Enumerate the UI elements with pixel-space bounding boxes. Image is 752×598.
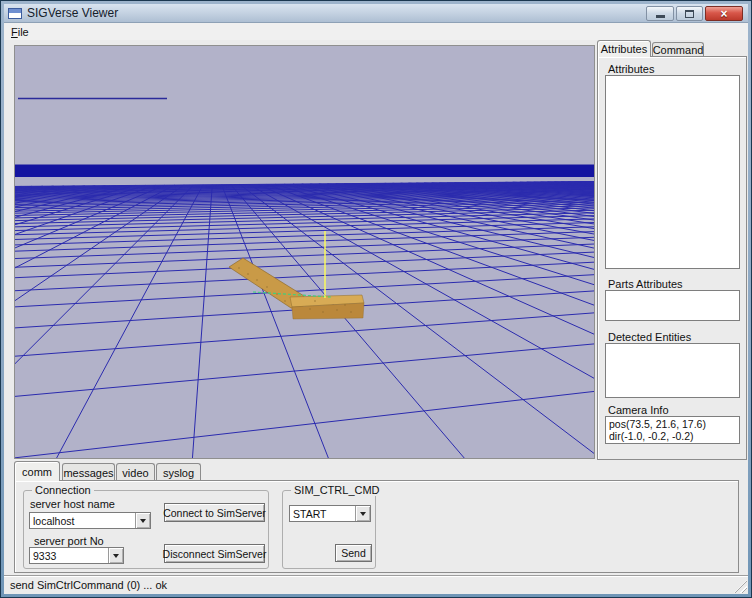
camera-info-label: Camera Info	[608, 404, 669, 416]
camera-pos-text: pos(73.5, 21.6, 17.6)	[609, 418, 736, 430]
camera-info-box: pos(73.5, 21.6, 17.6) dir(-1.0, -0.2, -0…	[605, 416, 740, 444]
close-button[interactable]: ×	[705, 6, 743, 21]
sim-ctrl-dropdown-button[interactable]	[355, 506, 370, 521]
disconnect-button[interactable]: Disconnect SimServer	[164, 544, 265, 563]
app-icon	[8, 8, 22, 19]
status-text: send SimCtrlCommand (0) ... ok	[10, 579, 167, 591]
maximize-button[interactable]	[676, 6, 703, 21]
camera-dir-text: dir(-1.0, -0.2, -0.2)	[609, 430, 736, 442]
tab-syslog[interactable]: syslog	[156, 463, 201, 481]
minimize-button[interactable]	[646, 6, 674, 21]
window-controls: ×	[646, 6, 743, 21]
server-port-value: 9333	[30, 548, 108, 563]
resize-grip-icon[interactable]	[734, 580, 747, 593]
horizon-band	[15, 165, 594, 178]
close-icon: ×	[720, 8, 727, 20]
3d-viewport[interactable]	[15, 46, 594, 458]
viewport-frame	[14, 45, 595, 459]
chevron-down-icon	[360, 512, 366, 516]
tab-attributes[interactable]: Attributes	[597, 40, 651, 57]
server-host-dropdown-button[interactable]	[135, 513, 150, 528]
sim-ctrl-value: START	[290, 506, 355, 521]
send-button[interactable]: Send	[335, 544, 372, 562]
connection-group-label: Connection	[32, 484, 94, 496]
server-host-label: server host name	[30, 498, 115, 510]
sim-ctrl-group-label: SIM_CTRL_CMD	[291, 484, 383, 496]
parts-attributes-label: Parts Attributes	[608, 278, 683, 290]
window-inner: SIGVerse Viewer × File Attributes Comman…	[4, 4, 748, 594]
tab-command[interactable]: Command	[652, 42, 704, 57]
detected-entities-label: Detected Entities	[608, 331, 691, 343]
client-area: Attributes Command Attributes Parts Attr…	[4, 40, 748, 575]
attributes-listbox[interactable]	[605, 75, 740, 269]
parts-attributes-listbox[interactable]	[605, 290, 740, 321]
minimize-icon	[656, 15, 665, 18]
chevron-down-icon	[140, 519, 146, 523]
comm-panel: Connection server host name localhost se…	[14, 480, 739, 573]
chevron-down-icon	[113, 554, 119, 558]
app-window: SIGVerse Viewer × File Attributes Comman…	[0, 0, 752, 598]
window-title: SIGVerse Viewer	[27, 6, 118, 20]
connect-button[interactable]: Connect to SimServer	[164, 503, 265, 522]
menu-file[interactable]: File	[4, 25, 36, 39]
server-host-value: localhost	[30, 513, 135, 528]
sim-ctrl-groupbox: SIM_CTRL_CMD START Send	[282, 490, 376, 569]
attributes-label: Attributes	[608, 63, 654, 75]
detected-entities-listbox[interactable]	[605, 343, 740, 398]
server-port-label: server port No	[34, 535, 104, 547]
title-bar[interactable]: SIGVerse Viewer ×	[4, 4, 748, 23]
maximize-icon	[685, 10, 694, 18]
connection-groupbox: Connection server host name localhost se…	[23, 490, 269, 569]
sim-ctrl-combobox[interactable]: START	[289, 505, 371, 522]
tab-messages[interactable]: messages	[62, 463, 115, 481]
server-host-combobox[interactable]: localhost	[29, 512, 151, 529]
tab-comm[interactable]: comm	[14, 461, 60, 481]
tab-video[interactable]: video	[116, 463, 155, 481]
server-port-combobox[interactable]: 9333	[29, 547, 124, 564]
server-port-dropdown-button[interactable]	[108, 548, 123, 563]
attributes-panel: Attributes Parts Attributes Detected Ent…	[597, 56, 747, 460]
menu-bar: File	[4, 23, 748, 40]
status-bar: send SimCtrlCommand (0) ... ok	[4, 575, 748, 594]
